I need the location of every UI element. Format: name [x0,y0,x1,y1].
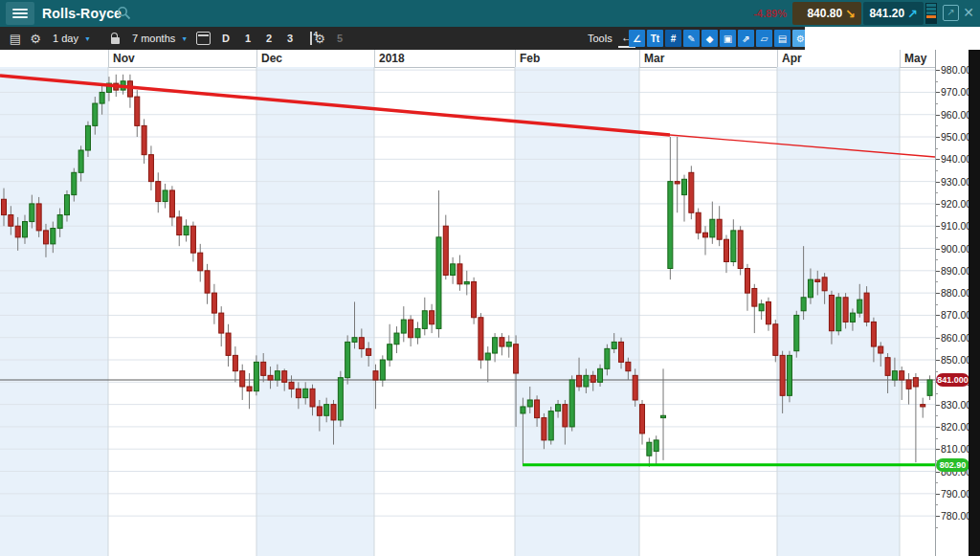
depth-gauge-indicator [925,3,937,24]
hamburger-menu-button[interactable] [6,2,34,25]
candle-down [282,371,287,383]
settings-gear-icon[interactable]: ⚙ [26,30,45,47]
search-icon[interactable] [117,6,131,20]
candle-up [598,368,603,382]
range-dropdown[interactable]: 7 months ▼ [132,30,188,47]
axis-tick [936,472,940,473]
sell-price-button[interactable]: 840.80 ↘ [792,2,861,25]
candle-down [2,199,7,214]
candle-up [451,264,456,276]
month-band [515,67,639,556]
watchlist-table-icon[interactable]: ▤ [6,30,25,47]
period-button-1[interactable]: 1 [241,30,255,47]
period-button-2[interactable]: 2 [262,30,276,47]
candle-up [759,304,764,311]
candle-up [548,411,553,440]
print-icon[interactable]: ▤ [774,30,791,47]
axis-tick [936,293,940,294]
candle-up [801,298,806,311]
axis-tick [936,115,940,116]
trendline-icon[interactable]: ∠ [629,30,645,47]
month-label: Apr [782,52,802,65]
axis-minor-tick [936,192,938,193]
candle-down [879,346,883,353]
candle-up [647,442,652,456]
period-button-d[interactable]: D [219,30,233,47]
time-axis-header: NovDec2018FebMarAprMay [0,50,935,68]
close-icon[interactable]: ✕ [961,4,976,21]
candle-down [289,382,294,389]
candle-down [190,226,195,253]
calendar-icon[interactable] [194,30,212,47]
candle-up [661,415,666,417]
candle-up [380,360,385,380]
candle-down [148,155,153,182]
axis-tick [936,516,940,517]
candle-up [72,172,77,194]
candle-up [850,313,855,322]
candle-down [696,212,701,233]
period-button-5: 5 [333,30,346,47]
candle-up [100,92,104,103]
candle-down [689,172,694,212]
indicator-icon[interactable]: ⇗ [738,30,754,47]
candle-down [822,278,827,291]
candle-up [93,103,98,125]
candle-down [724,239,728,261]
axis-minor-tick [936,393,938,394]
axis-tick-label: 900.00 [941,243,971,255]
candle-down [212,293,216,313]
candle-down [219,313,224,333]
chart-options-gear-icon[interactable]: ⚙ [310,30,329,47]
candle-down [843,298,848,322]
axis-tick [936,159,940,160]
candle-down [261,362,266,375]
candle-up [254,362,258,390]
axis-minor-tick [936,259,938,260]
axis-tick-label: 790.00 [941,488,971,500]
axis-minor-tick [936,438,938,439]
candle-up [612,342,616,348]
candle-down [443,226,448,275]
candle-down [829,295,834,330]
candle-down [752,288,757,306]
axis-tick-label: 890.00 [941,265,971,277]
candlestick-chart[interactable] [0,67,935,556]
candle-down [514,345,519,373]
text-icon[interactable]: Tt [647,30,663,47]
candle-up [485,353,490,360]
candle-down [409,320,413,338]
axis-tick-label: 970.00 [941,86,971,98]
candle-down [745,269,749,294]
interval-dropdown[interactable]: 1 day ▼ [53,30,91,47]
axis-tick [936,427,940,428]
candle-down [885,358,890,376]
popout-window-icon[interactable]: ↗ [943,5,959,21]
axis-tick [936,315,940,316]
month-label: Dec [261,52,282,65]
lock-icon[interactable] [107,30,122,47]
price-axis: 980.00970.00960.00950.00940.00930.00920.… [935,50,969,556]
pattern-icon[interactable]: ◆ [702,30,718,47]
period-button-3[interactable]: 3 [283,30,297,47]
candle-down [864,293,869,322]
candle-up [303,389,308,397]
crosshair-icon[interactable]: # [665,30,681,47]
buy-price-button[interactable]: 841.20 ↗ [863,2,924,25]
candle-down [675,182,679,184]
draw-icon[interactable]: ✎ [683,30,700,47]
candle-up [184,226,189,234]
shape-icon[interactable]: ▱ [756,30,772,47]
candle-down [921,405,925,407]
overlay-icon[interactable]: ▣ [720,30,736,47]
axis-minor-tick [936,527,938,528]
candle-up [388,345,392,360]
month-separator [777,50,778,67]
candle-down [542,418,546,440]
candle-down [317,407,322,415]
month-separator [374,50,375,67]
candle-down [633,375,637,400]
candle-down [500,338,504,346]
axis-tick-label: 880.00 [941,287,971,299]
axis-tick [936,360,940,361]
